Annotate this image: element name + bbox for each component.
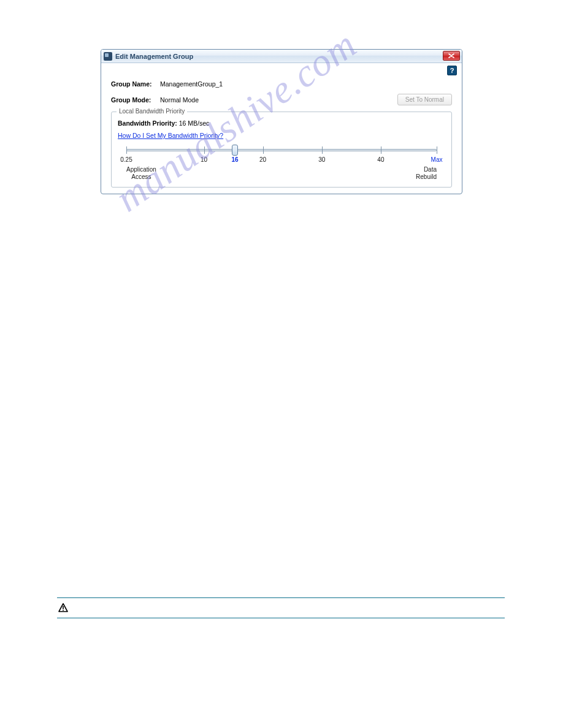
local-bandwidth-priority-group: Local Bandwidth Priority Bandwidth Prior…	[111, 112, 452, 188]
close-icon	[448, 53, 454, 58]
slider-tick	[381, 146, 381, 154]
bandwidth-priority-value: 16 MB/sec	[179, 119, 210, 127]
dialog-title: Edit Management Group	[115, 53, 193, 60]
slider-track-line	[126, 149, 437, 151]
slider-tick-label-current: 16	[232, 156, 239, 163]
group-name-label: Group Name:	[111, 80, 160, 88]
slider-tick-label: 30	[318, 156, 325, 163]
slider-right-caption: Data Rebuild	[416, 166, 437, 181]
slider-thumb[interactable]	[232, 145, 238, 156]
caution-block: CAUTION	[57, 597, 505, 618]
slider-tick-label: 40	[377, 156, 384, 163]
bandwidth-priority-row: Bandwidth Priority: 16 MB/sec	[118, 119, 445, 127]
slider-tick	[437, 146, 437, 154]
slider-tick-label: 0.25	[120, 156, 132, 163]
slider-tick-label: 20	[259, 156, 266, 163]
app-icon	[104, 52, 112, 61]
group-mode-label: Group Mode:	[111, 96, 160, 104]
slider-left-caption: Application Access	[126, 166, 156, 181]
help-icon-glyph: ?	[450, 67, 454, 74]
bandwidth-slider[interactable]	[126, 145, 437, 155]
slider-tick	[322, 146, 323, 154]
bandwidth-priority-label: Bandwidth Priority:	[118, 119, 177, 127]
fieldset-legend: Local Bandwidth Priority	[117, 108, 187, 115]
slider-tick-label-max: Max	[431, 156, 443, 163]
svg-rect-1	[63, 610, 64, 611]
slider-tick	[263, 146, 264, 154]
slider-labels: 0.25 10 16 20 30 40 Max	[126, 156, 437, 165]
slider-tick	[204, 146, 205, 154]
dialog-titlebar: Edit Management Group	[101, 50, 462, 63]
help-button[interactable]: ?	[447, 66, 457, 75]
warning-icon	[58, 603, 68, 613]
caption-text: Rebuild	[416, 173, 437, 180]
bandwidth-help-link[interactable]: How Do I Set My Bandwidth Priority?	[118, 132, 223, 139]
slider-tick	[126, 146, 127, 154]
group-name-row: Group Name: ManagementGroup_1	[111, 80, 452, 88]
slider-tick-label: 10	[201, 156, 207, 163]
caption-text: Data	[424, 166, 437, 173]
edit-management-group-dialog: Edit Management Group ? Group Name: Mana…	[101, 49, 462, 194]
group-mode-row: Group Mode: Normal Mode Set To Normal	[111, 94, 452, 105]
group-name-value: ManagementGroup_1	[160, 80, 223, 88]
set-to-normal-button[interactable]: Set To Normal	[397, 94, 452, 105]
close-button[interactable]	[443, 51, 460, 61]
divider	[57, 618, 505, 618]
caption-text: Application	[126, 166, 156, 173]
caption-text: Access	[131, 173, 151, 180]
group-mode-value: Normal Mode	[160, 96, 199, 104]
svg-rect-0	[63, 606, 64, 609]
